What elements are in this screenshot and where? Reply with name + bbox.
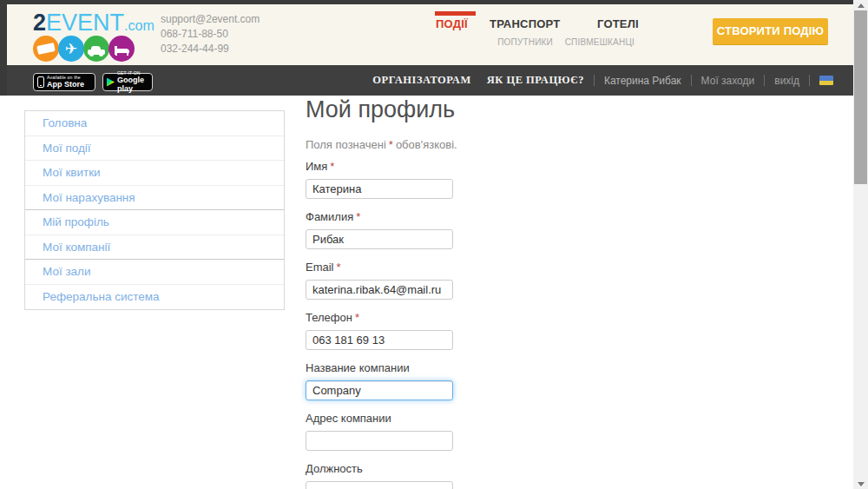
required-asterisk: * <box>330 160 334 173</box>
window-frame-top <box>0 0 853 4</box>
last-name-input[interactable] <box>306 229 453 249</box>
logout-link[interactable]: вихід <box>774 75 799 87</box>
sidebar-item-referral-system[interactable]: Реферальна система <box>25 285 284 310</box>
play-triangle-icon <box>107 78 115 87</box>
last-name-label: Фамилия* <box>306 210 453 223</box>
position-input[interactable] <box>306 481 453 489</box>
company-name-label: Название компании <box>306 361 453 374</box>
position-label: Должность <box>306 462 453 475</box>
window-frame-left <box>0 0 7 96</box>
scrollbar-down-arrow[interactable] <box>853 479 868 489</box>
vertical-scrollbar[interactable] <box>853 0 868 489</box>
field-company-address: Адрес компании <box>306 412 453 451</box>
phone-input[interactable] <box>306 330 453 350</box>
support-email[interactable]: support@2event.com <box>161 12 260 27</box>
link-organizers[interactable]: ОРГАНІЗАТОРАМ <box>372 74 470 87</box>
active-tab-indicator <box>435 11 476 16</box>
separator <box>691 75 692 86</box>
user-name-link[interactable]: Катерина Рибак <box>604 75 681 87</box>
required-asterisk: * <box>356 210 360 223</box>
nav-events[interactable]: ПОДІЇ <box>436 17 468 30</box>
field-email: Email* <box>306 261 453 300</box>
contact-info: support@2event.com 068-711-88-50 032-244… <box>161 12 260 56</box>
link-how-it-works[interactable]: ЯК ЦЕ ПРАЦЮЄ? <box>487 74 584 87</box>
scrollbar-up-arrow[interactable] <box>853 0 868 10</box>
nav-fellow-travelers[interactable]: ПОПУТНИКИ <box>497 37 553 47</box>
first-name-input[interactable] <box>306 179 453 199</box>
field-phone: Телефон* <box>306 311 453 350</box>
separator <box>764 75 765 86</box>
sidebar-item-home[interactable]: Головна <box>25 111 284 136</box>
phone-number-2: 032-244-44-99 <box>161 42 260 56</box>
field-last-name: Фамилия* <box>306 210 453 249</box>
required-asterisk: * <box>355 311 359 324</box>
separator <box>809 75 810 86</box>
field-position: Должность <box>306 462 453 489</box>
secondary-bar: Available on the App Store GET IT ON Goo… <box>0 65 853 96</box>
phone-number-1: 068-711-88-50 <box>161 27 260 42</box>
required-asterisk: * <box>337 261 341 274</box>
page-title: Мой профиль <box>306 96 455 123</box>
logo-word: EVENT <box>46 10 124 36</box>
nav-transport[interactable]: ТРАНСПОРТ <box>490 17 560 30</box>
sidebar-item-my-halls[interactable]: Мої зали <box>25 260 284 285</box>
phone-icon <box>37 76 44 88</box>
event-ticket-icon[interactable]: EVENT <box>33 36 59 62</box>
sidebar-item-my-tickets[interactable]: Мої квитки <box>25 161 284 186</box>
separator <box>594 75 595 86</box>
ukraine-flag-icon[interactable] <box>819 76 833 85</box>
field-first-name: Имя* <box>306 160 453 199</box>
company-name-input[interactable] <box>306 380 453 400</box>
car-icon[interactable] <box>83 36 109 62</box>
sidebar-item-my-companies[interactable]: Мої компанії <box>25 235 284 261</box>
email-input[interactable] <box>306 280 453 300</box>
phone-label: Телефон* <box>306 311 453 324</box>
required-asterisk: * <box>389 138 393 151</box>
logo[interactable]: 2EVENT.com <box>33 10 155 39</box>
account-sidebar: Головна Мої події Мої квитки Мої нарахув… <box>24 110 285 310</box>
nav-roommates[interactable]: СПІВМЕШКАНЦІ <box>565 37 635 47</box>
company-address-label: Адрес компании <box>306 412 453 425</box>
site-header: 2EVENT.com EVENT ✈ support@2event.com 06… <box>7 4 853 65</box>
field-company-name: Название компании <box>306 361 453 400</box>
first-name-label: Имя* <box>306 160 453 173</box>
logo-tld: .com <box>124 18 155 33</box>
app-store-badge[interactable]: Available on the App Store <box>33 73 95 91</box>
google-play-badge[interactable]: GET IT ON Google play <box>102 73 153 91</box>
scrollbar-thumb[interactable] <box>854 10 867 184</box>
logo-digit: 2 <box>33 10 46 36</box>
bed-icon[interactable] <box>108 36 135 62</box>
nav-hotels[interactable]: ГОТЕЛІ <box>597 17 639 30</box>
sidebar-item-my-profile[interactable]: Мій профіль <box>25 210 284 235</box>
email-label: Email* <box>306 261 453 274</box>
create-event-button[interactable]: СТВОРИТИ ПОДІЮ <box>713 18 828 45</box>
user-nav: ОРГАНІЗАТОРАМ ЯК ЦЕ ПРАЦЮЄ? Катерина Риб… <box>372 65 833 96</box>
required-fields-note: Поля позначені*обов'язкові. <box>306 138 457 151</box>
airplane-icon[interactable]: ✈ <box>58 36 84 62</box>
link-my-events[interactable]: Мої заходи <box>701 75 755 87</box>
sidebar-item-my-events[interactable]: Мої події <box>25 136 284 162</box>
company-address-input[interactable] <box>306 431 453 451</box>
sidebar-item-my-accruals[interactable]: Мої нарахування <box>25 186 284 211</box>
